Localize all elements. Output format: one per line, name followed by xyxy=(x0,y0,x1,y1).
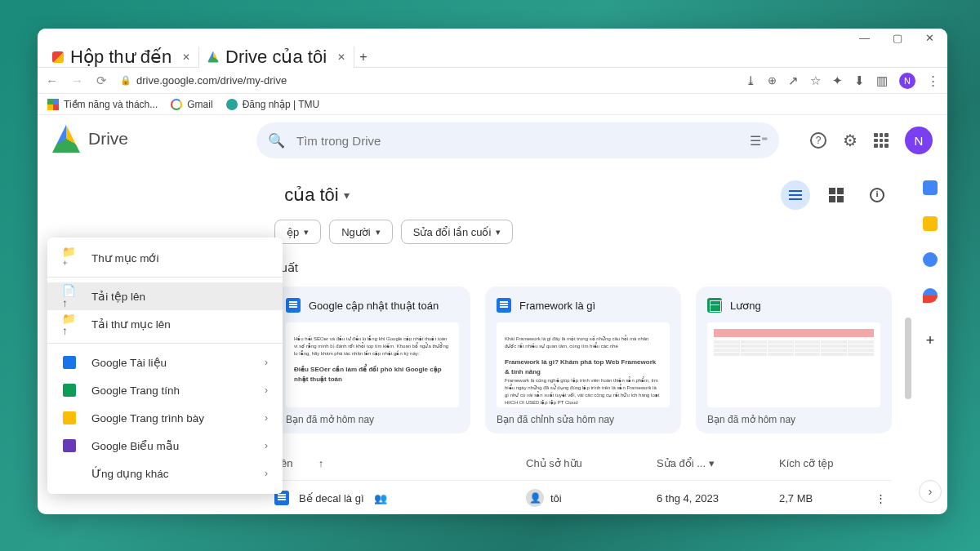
menu-google-docs[interactable]: Google Tài liệu › xyxy=(47,349,283,376)
profile-avatar[interactable]: N xyxy=(899,73,915,89)
col-name[interactable]: Tên ↑ xyxy=(274,457,526,469)
upload-file-icon: 📄↑ xyxy=(62,284,77,309)
keep-app-icon[interactable] xyxy=(923,216,938,231)
menu-google-slides[interactable]: Google Trang trình bày › xyxy=(47,404,283,432)
back-button[interactable]: ← xyxy=(46,73,58,87)
row-more-button[interactable]: ⋮ xyxy=(869,492,892,504)
main-panel: của tôi ▾ ệp▾ Người▾ Sửa đổi lần cuối▾ x… xyxy=(250,166,913,514)
menu-new-folder[interactable]: 📁⁺ Thư mục mới xyxy=(47,244,283,272)
close-button[interactable]: ✕ xyxy=(925,32,934,44)
menu-google-sheets[interactable]: Google Trang tính › xyxy=(47,376,283,404)
search-options-icon[interactable]: ☰⁼ xyxy=(750,133,768,149)
card-footer: Bạn đã chỉnh sửa hôm nay xyxy=(497,414,670,425)
apps-icon[interactable] xyxy=(874,133,889,148)
chip-modified[interactable]: Sửa đổi lần cuối▾ xyxy=(401,220,514,244)
bookmark-icon[interactable]: ☆ xyxy=(810,73,821,88)
zoom-icon[interactable]: ⊕ xyxy=(768,74,777,87)
add-app-button[interactable]: + xyxy=(926,332,935,349)
card-preview: Hầu hết SEOer và đầu tư đều lo lắng khi … xyxy=(286,322,459,407)
chevron-right-icon: › xyxy=(265,412,268,424)
info-button[interactable] xyxy=(862,180,892,210)
caret-down-icon: ▾ xyxy=(376,227,381,238)
col-size[interactable]: Kích cỡ tệp xyxy=(779,457,869,469)
url-field[interactable]: 🔒 drive.google.com/drive/my-drive xyxy=(120,74,733,87)
file-table: Tên ↑ Chủ sở hữu Sửa đổi ... ▾ Kích cỡ t… xyxy=(274,447,892,514)
maximize-button[interactable]: ▢ xyxy=(893,32,902,44)
card-footer: Bạn đã mở hôm nay xyxy=(707,414,880,425)
panel-icon[interactable]: ▥ xyxy=(876,73,888,88)
shared-icon: 👥 xyxy=(374,492,387,504)
bookmarks-bar: Tiềm năng và thách... Gmail Đăng nhập | … xyxy=(38,94,947,115)
suggested-card[interactable]: Lương Bạn đã mở hôm nay xyxy=(696,287,892,433)
caret-down-icon: ▾ xyxy=(344,189,350,202)
new-tab-button[interactable]: + xyxy=(354,50,372,64)
menu-icon[interactable]: ⋮ xyxy=(927,73,939,88)
suggested-card[interactable]: Google cập nhật thuật toán Hầu hết SEOer… xyxy=(274,287,470,433)
expand-panel-button[interactable]: › xyxy=(919,480,942,503)
docs-icon xyxy=(286,298,301,313)
forms-icon xyxy=(63,439,76,452)
download-icon[interactable]: ⬇ xyxy=(854,73,865,88)
slides-icon xyxy=(63,411,76,424)
menu-more-apps[interactable]: Ứng dụng khác › xyxy=(47,460,283,487)
close-tab-icon[interactable]: ✕ xyxy=(182,51,190,63)
install-icon[interactable]: ⤓ xyxy=(746,73,756,88)
card-preview: Khái Framework là gì đây là một trong số… xyxy=(497,322,670,407)
filter-button[interactable] xyxy=(781,180,810,210)
bookmark-item[interactable]: Tiềm năng và thách... xyxy=(47,99,158,110)
close-tab-icon[interactable]: ✕ xyxy=(337,51,345,63)
tab-strip: Hộp thư đến (183) - nguyenhoan ✕ Drive c… xyxy=(38,47,947,68)
scrollbar-thumb[interactable] xyxy=(905,318,911,399)
sheets-icon xyxy=(63,384,76,397)
chevron-right-icon: › xyxy=(265,440,268,451)
address-bar: ← → ⟳ 🔒 drive.google.com/drive/my-drive … xyxy=(38,68,947,94)
bookmark-item[interactable]: Gmail xyxy=(171,99,212,110)
contacts-app-icon[interactable] xyxy=(923,288,938,303)
card-preview xyxy=(707,322,880,407)
google-icon xyxy=(171,99,182,110)
new-folder-icon: 📁⁺ xyxy=(62,245,77,271)
card-footer: Bạn đã mở hôm nay xyxy=(286,414,459,425)
minimize-button[interactable]: ― xyxy=(859,32,870,44)
settings-icon[interactable]: ⚙ xyxy=(843,131,858,150)
drive-brand[interactable]: Drive xyxy=(49,125,242,153)
suggested-card[interactable]: Framework là gì Khái Framework là gì đây… xyxy=(485,287,681,433)
caret-down-icon: ▾ xyxy=(709,457,715,469)
search-icon: 🔍 xyxy=(268,132,285,149)
account-avatar[interactable]: N xyxy=(905,127,933,154)
grid-view-button[interactable] xyxy=(822,180,851,210)
suggested-heading: xuất xyxy=(274,260,892,275)
table-row[interactable]: Bế decal là gì👥 👤tôi 6 thg 4, 2023 2,7 M… xyxy=(274,481,892,514)
drive-header: 🔍 ☰⁼ ? ⚙ N xyxy=(256,115,947,166)
chevron-right-icon: › xyxy=(265,468,268,479)
share-icon[interactable]: ↗ xyxy=(788,73,799,88)
calendar-app-icon[interactable] xyxy=(923,180,938,195)
tab-drive[interactable]: Drive của tôi - Google Drive ✕ xyxy=(199,47,354,68)
menu-upload-folder[interactable]: 📁↑ Tải thư mục lên xyxy=(47,310,283,338)
chip-people[interactable]: Người▾ xyxy=(329,220,393,244)
bookmark-item[interactable]: Đăng nhập | TMU xyxy=(226,99,320,110)
extension-icon[interactable]: ✦ xyxy=(832,73,843,88)
search-bar[interactable]: 🔍 ☰⁼ xyxy=(256,122,779,158)
gmail-icon xyxy=(52,51,64,63)
col-owner[interactable]: Chủ sở hữu xyxy=(526,457,657,469)
chevron-right-icon: › xyxy=(265,357,268,368)
caret-down-icon: ▾ xyxy=(496,227,501,238)
caret-down-icon: ▾ xyxy=(304,227,309,238)
menu-google-forms[interactable]: Google Biểu mẫu › xyxy=(47,432,283,460)
upload-folder-icon: 📁↑ xyxy=(62,312,77,337)
filter-icon xyxy=(789,189,802,201)
col-modified[interactable]: Sửa đổi ... ▾ xyxy=(657,457,779,469)
tab-gmail[interactable]: Hộp thư đến (183) - nguyenhoan ✕ xyxy=(44,47,199,68)
suggested-cards: Google cập nhật thuật toán Hầu hết SEOer… xyxy=(274,287,892,433)
browser-window: ― ▢ ✕ Hộp thư đến (183) - nguyenhoan ✕ D… xyxy=(38,29,947,514)
chevron-right-icon: › xyxy=(265,384,268,396)
menu-upload-file[interactable]: 📄↑ Tải tệp lên xyxy=(47,282,283,310)
filter-chips: ệp▾ Người▾ Sửa đổi lần cuối▾ xyxy=(274,220,892,244)
search-input[interactable] xyxy=(296,134,738,148)
help-icon[interactable]: ? xyxy=(810,132,826,149)
tasks-app-icon[interactable] xyxy=(923,252,938,267)
forward-button[interactable]: → xyxy=(71,73,83,87)
location-breadcrumb[interactable]: của tôi ▾ xyxy=(274,184,350,206)
reload-button[interactable]: ⟳ xyxy=(96,73,107,88)
